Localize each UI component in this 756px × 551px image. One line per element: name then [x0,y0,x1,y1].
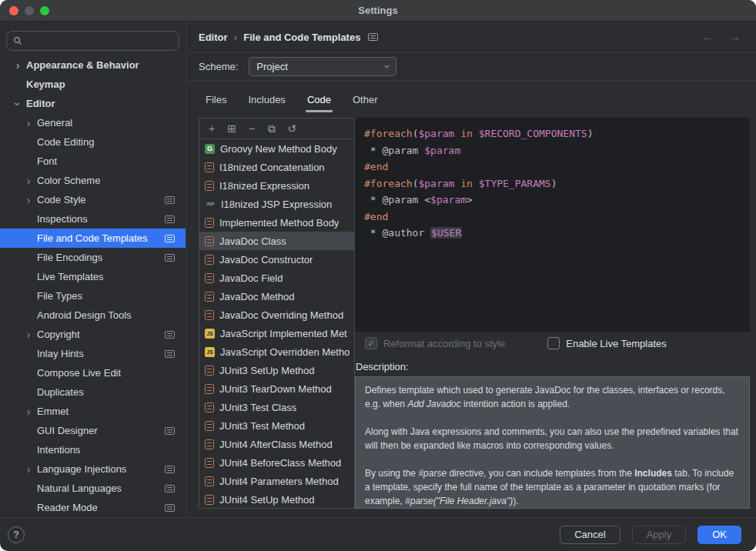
sidebar-item-compose-live-edit[interactable]: Compose Live Edit [0,363,186,382]
template-icon [205,292,214,302]
sidebar-item-duplicates[interactable]: Duplicates [0,382,186,402]
chevron-right-icon[interactable]: › [23,406,34,417]
enable-live-templates-checkbox[interactable]: Enable Live Templates [547,337,667,349]
template-code-editor[interactable]: #foreach($param in $RECORD_COMPONENTS) *… [355,118,750,332]
reformat-checkbox[interactable]: ✓ Reformat according to style [365,337,505,349]
template-item-javascript-overridden-metho[interactable]: JSJavaScript Overridden Metho [199,342,354,361]
remove-template-icon[interactable]: − [246,122,258,135]
sidebar-item-label: Android Design Tools [37,309,132,321]
tab-includes[interactable]: Includes [246,81,286,118]
breadcrumb-editor[interactable]: Editor [199,32,228,43]
sidebar-item-color-scheme[interactable]: ›Color Scheme [0,171,186,190]
add-template-icon[interactable]: + [206,122,218,135]
sidebar-item-editor[interactable]: ›Editor [0,94,186,113]
template-item-implemented-method-body[interactable]: Implemented Method Body [199,213,354,232]
sidebar-item-intentions[interactable]: Intentions [0,440,186,459]
sidebar-item-appearance-behavior[interactable]: ›Appearance & Behavior [0,55,186,75]
sidebar-item-file-types[interactable]: File Types [0,286,186,306]
tab-other[interactable]: Other [351,81,380,118]
sidebar-item-reader-mode[interactable]: Reader Mode [0,498,186,517]
template-item-junit3-setup-method[interactable]: JUnit3 SetUp Method [199,361,354,379]
sidebar-item-live-templates[interactable]: Live Templates [0,267,186,286]
description-panel: Defines template which used to generate … [355,376,750,509]
template-item-javadoc-constructor[interactable]: JavaDoc Constructor [199,250,354,269]
chevron-right-icon[interactable]: › [23,175,34,186]
sidebar-item-inspections[interactable]: Inspections [0,209,186,229]
sidebar-item-label: Reader Mode [37,502,98,513]
forward-button[interactable]: → [728,30,741,44]
back-button[interactable]: ← [702,30,714,44]
tab-code[interactable]: Code [306,81,333,118]
copy-template-icon[interactable]: ⧉ [266,122,278,135]
template-name: JUnit4 SetUp Method [219,494,315,506]
template-item-junit4-parameters-method[interactable]: JUnit4 Parameters Method [199,472,354,490]
sidebar-item-label: Live Templates [37,271,103,282]
template-item-javadoc-field[interactable]: JavaDoc Field [199,269,354,287]
chevron-right-icon[interactable]: › [12,60,23,71]
template-options: ✓ Reformat according to style Enable Liv… [355,332,750,355]
cancel-button[interactable]: Cancel [560,526,620,544]
chevron-down-icon[interactable]: › [12,99,23,109]
scheme-row: Scheme: Project › [186,53,756,81]
sidebar-item-language-injections[interactable]: ›Language Injections [0,459,186,479]
template-item-junit4-beforeclass-method[interactable]: JUnit4 BeforeClass Method [199,453,354,472]
template-name: JUnit3 TearDown Method [219,383,332,395]
sidebar-item-keymap[interactable]: Keymap [0,75,186,94]
sidebar-item-file-and-code-templates[interactable]: File and Code Templates [0,229,186,248]
template-name: JavaDoc Method [219,291,295,302]
reset-to-default-icon[interactable]: ↺ [286,122,298,135]
sidebar-item-label: Color Scheme [37,175,100,186]
template-item-i18nized-expression[interactable]: I18nized Expression [199,176,354,195]
sidebar-item-font[interactable]: Font [0,152,186,171]
sidebar-item-label: Copyright [37,329,80,340]
ok-button[interactable]: OK [697,526,741,544]
chevron-right-icon[interactable]: › [23,118,34,129]
template-item-groovy-new-method-body[interactable]: GGroovy New Method Body [199,139,354,158]
code-line: #end [364,209,741,225]
sidebar-item-general[interactable]: ›General [0,113,186,132]
settings-search-field[interactable] [6,31,179,51]
template-item-junit3-test-method[interactable]: JUnit3 Test Method [199,416,354,435]
template-item-i18nized-jsp-expression[interactable]: JSPI18nized JSP Expression [199,195,354,213]
search-input[interactable] [27,35,172,47]
sidebar-item-copyright[interactable]: ›Copyright [0,325,186,344]
chevron-right-icon[interactable]: › [23,329,34,340]
template-item-i18nized-concatenation[interactable]: I18nized Concatenation [199,158,354,176]
template-item-javadoc-class[interactable]: JavaDoc Class [199,232,354,250]
template-item-junit3-test-class[interactable]: JUnit3 Test Class [199,398,354,416]
sidebar-item-android-design-tools[interactable]: Android Design Tools [0,306,186,325]
per-project-settings-icon [165,504,175,512]
template-item-junit3-teardown-method[interactable]: JUnit3 TearDown Method [199,379,354,398]
tab-files[interactable]: Files [204,81,228,118]
template-item-javadoc-overriding-method[interactable]: JavaDoc Overriding Method [199,306,354,324]
template-name: JavaDoc Class [219,235,286,247]
per-project-settings-icon [165,215,175,223]
sidebar-item-natural-languages[interactable]: Natural Languages [0,479,186,498]
help-button[interactable]: ? [8,526,25,543]
close-button[interactable] [9,6,18,15]
minimize-button[interactable] [25,6,34,15]
chevron-down-icon: › [383,65,393,68]
sidebar-item-gui-designer[interactable]: GUI Designer [0,421,186,440]
template-icon [205,495,214,505]
template-item-junit4-setup-method[interactable]: JUnit4 SetUp Method [199,490,354,508]
apply-button[interactable]: Apply [632,526,687,544]
description-paragraph: By using the #parse directive, you can i… [365,466,740,508]
zoom-button[interactable] [40,6,49,15]
sidebar-item-label: Compose Live Edit [37,367,121,379]
template-item-junit4-afterclass-method[interactable]: JUnit4 AfterClass Method [199,435,354,453]
chevron-right-icon[interactable]: › [23,464,34,475]
template-tabs: FilesIncludesCodeOther [186,81,756,118]
sidebar-item-emmet[interactable]: ›Emmet [0,402,186,421]
scheme-select[interactable]: Project › [249,57,396,76]
template-item-javascript-implemented-met[interactable]: JSJavaScript Implemented Met [199,324,354,342]
create-child-template-icon[interactable]: ⊞ [226,122,238,135]
chevron-right-icon[interactable]: › [23,195,34,205]
sidebar-item-code-style[interactable]: ›Code Style [0,190,186,209]
sidebar-item-inlay-hints[interactable]: Inlay Hints [0,344,186,363]
template-item-javadoc-method[interactable]: JavaDoc Method [199,287,354,306]
sidebar-item-code-editing[interactable]: Code Editing [0,132,186,152]
template-icon [205,162,214,172]
sidebar-item-file-encodings[interactable]: File Encodings [0,248,186,267]
settings-body: ›Appearance & BehaviorKeymap›Editor›Gene… [0,22,756,517]
